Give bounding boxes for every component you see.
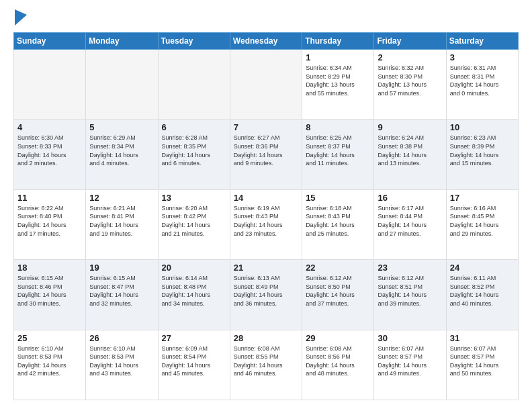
day-info: Sunrise: 6:30 AM Sunset: 8:33 PM Dayligh…	[17, 134, 82, 167]
day-info: Sunrise: 6:09 AM Sunset: 8:54 PM Dayligh…	[162, 345, 226, 378]
logo	[13, 11, 27, 26]
col-header-tuesday: Tuesday	[158, 33, 230, 50]
calendar-table: SundayMondayTuesdayWednesdayThursdayFrid…	[13, 32, 519, 400]
day-cell-4: 4Sunrise: 6:30 AM Sunset: 8:33 PM Daylig…	[14, 120, 86, 189]
day-info: Sunrise: 6:31 AM Sunset: 8:31 PM Dayligh…	[450, 64, 515, 97]
day-cell-5: 5Sunrise: 6:29 AM Sunset: 8:34 PM Daylig…	[86, 120, 158, 189]
day-number: 30	[378, 333, 442, 343]
day-info: Sunrise: 6:23 AM Sunset: 8:39 PM Dayligh…	[450, 134, 515, 167]
week-row-2: 4Sunrise: 6:30 AM Sunset: 8:33 PM Daylig…	[14, 120, 519, 189]
day-info: Sunrise: 6:07 AM Sunset: 8:57 PM Dayligh…	[450, 345, 515, 378]
day-cell-19: 19Sunrise: 6:15 AM Sunset: 8:47 PM Dayli…	[86, 260, 158, 330]
day-cell-22: 22Sunrise: 6:12 AM Sunset: 8:50 PM Dayli…	[302, 260, 374, 330]
day-cell-23: 23Sunrise: 6:12 AM Sunset: 8:51 PM Dayli…	[374, 260, 446, 330]
empty-cell	[14, 50, 86, 120]
day-cell-3: 3Sunrise: 6:31 AM Sunset: 8:31 PM Daylig…	[446, 50, 518, 120]
day-cell-28: 28Sunrise: 6:08 AM Sunset: 8:55 PM Dayli…	[230, 330, 302, 400]
day-info: Sunrise: 6:22 AM Sunset: 8:40 PM Dayligh…	[17, 204, 82, 238]
col-header-friday: Friday	[374, 33, 446, 50]
logo-icon	[15, 9, 27, 26]
day-number: 15	[306, 193, 370, 203]
day-cell-9: 9Sunrise: 6:24 AM Sunset: 8:38 PM Daylig…	[374, 120, 446, 189]
day-info: Sunrise: 6:16 AM Sunset: 8:45 PM Dayligh…	[450, 204, 515, 238]
day-number: 29	[306, 333, 370, 343]
day-info: Sunrise: 6:19 AM Sunset: 8:43 PM Dayligh…	[234, 204, 298, 238]
week-row-4: 18Sunrise: 6:15 AM Sunset: 8:46 PM Dayli…	[14, 260, 519, 330]
day-info: Sunrise: 6:24 AM Sunset: 8:38 PM Dayligh…	[378, 134, 442, 167]
page: SundayMondayTuesdayWednesdayThursdayFrid…	[0, 0, 532, 411]
day-info: Sunrise: 6:28 AM Sunset: 8:35 PM Dayligh…	[162, 134, 226, 167]
day-number: 27	[162, 333, 226, 343]
day-cell-12: 12Sunrise: 6:21 AM Sunset: 8:41 PM Dayli…	[86, 189, 158, 259]
day-number: 8	[306, 122, 370, 132]
day-cell-14: 14Sunrise: 6:19 AM Sunset: 8:43 PM Dayli…	[230, 189, 302, 259]
empty-cell	[158, 50, 230, 120]
day-number: 3	[450, 52, 515, 62]
day-cell-13: 13Sunrise: 6:20 AM Sunset: 8:42 PM Dayli…	[158, 189, 230, 259]
col-header-sunday: Sunday	[14, 33, 86, 50]
day-info: Sunrise: 6:08 AM Sunset: 8:56 PM Dayligh…	[306, 345, 370, 378]
day-info: Sunrise: 6:08 AM Sunset: 8:55 PM Dayligh…	[234, 345, 298, 378]
day-number: 19	[89, 263, 154, 273]
day-info: Sunrise: 6:21 AM Sunset: 8:41 PM Dayligh…	[89, 204, 154, 238]
day-number: 5	[89, 122, 154, 132]
week-row-5: 25Sunrise: 6:10 AM Sunset: 8:53 PM Dayli…	[14, 330, 519, 400]
day-cell-16: 16Sunrise: 6:17 AM Sunset: 8:44 PM Dayli…	[374, 189, 446, 259]
day-info: Sunrise: 6:15 AM Sunset: 8:46 PM Dayligh…	[17, 274, 82, 308]
day-info: Sunrise: 6:32 AM Sunset: 8:30 PM Dayligh…	[378, 64, 442, 97]
day-cell-30: 30Sunrise: 6:07 AM Sunset: 8:57 PM Dayli…	[374, 330, 446, 400]
day-cell-6: 6Sunrise: 6:28 AM Sunset: 8:35 PM Daylig…	[158, 120, 230, 189]
day-number: 21	[234, 263, 298, 273]
day-number: 10	[450, 122, 515, 132]
day-cell-11: 11Sunrise: 6:22 AM Sunset: 8:40 PM Dayli…	[14, 189, 86, 259]
day-number: 4	[17, 122, 82, 132]
day-info: Sunrise: 6:07 AM Sunset: 8:57 PM Dayligh…	[378, 345, 442, 378]
day-number: 28	[234, 333, 298, 343]
day-number: 7	[234, 122, 298, 132]
day-cell-8: 8Sunrise: 6:25 AM Sunset: 8:37 PM Daylig…	[302, 120, 374, 189]
day-cell-24: 24Sunrise: 6:11 AM Sunset: 8:52 PM Dayli…	[446, 260, 518, 330]
header-row: SundayMondayTuesdayWednesdayThursdayFrid…	[14, 33, 519, 50]
day-number: 13	[162, 193, 226, 203]
day-number: 6	[162, 122, 226, 132]
day-number: 11	[17, 193, 82, 203]
day-number: 12	[89, 193, 154, 203]
day-number: 24	[450, 263, 515, 273]
day-cell-1: 1Sunrise: 6:34 AM Sunset: 8:29 PM Daylig…	[302, 50, 374, 120]
col-header-monday: Monday	[86, 33, 158, 50]
day-info: Sunrise: 6:27 AM Sunset: 8:36 PM Dayligh…	[234, 134, 298, 167]
day-number: 25	[17, 333, 82, 343]
empty-cell	[230, 50, 302, 120]
day-number: 1	[306, 52, 370, 62]
day-cell-29: 29Sunrise: 6:08 AM Sunset: 8:56 PM Dayli…	[302, 330, 374, 400]
day-cell-7: 7Sunrise: 6:27 AM Sunset: 8:36 PM Daylig…	[230, 120, 302, 189]
day-cell-21: 21Sunrise: 6:13 AM Sunset: 8:49 PM Dayli…	[230, 260, 302, 330]
day-number: 9	[378, 122, 442, 132]
day-number: 26	[89, 333, 154, 343]
day-number: 18	[17, 263, 82, 273]
day-info: Sunrise: 6:10 AM Sunset: 8:53 PM Dayligh…	[89, 345, 154, 378]
day-cell-27: 27Sunrise: 6:09 AM Sunset: 8:54 PM Dayli…	[158, 330, 230, 400]
day-info: Sunrise: 6:10 AM Sunset: 8:53 PM Dayligh…	[17, 345, 82, 378]
day-cell-25: 25Sunrise: 6:10 AM Sunset: 8:53 PM Dayli…	[14, 330, 86, 400]
day-cell-26: 26Sunrise: 6:10 AM Sunset: 8:53 PM Dayli…	[86, 330, 158, 400]
col-header-saturday: Saturday	[446, 33, 518, 50]
week-row-1: 1Sunrise: 6:34 AM Sunset: 8:29 PM Daylig…	[14, 50, 519, 120]
day-number: 23	[378, 263, 442, 273]
day-info: Sunrise: 6:29 AM Sunset: 8:34 PM Dayligh…	[89, 134, 154, 167]
day-info: Sunrise: 6:13 AM Sunset: 8:49 PM Dayligh…	[234, 274, 298, 308]
day-info: Sunrise: 6:12 AM Sunset: 8:51 PM Dayligh…	[378, 274, 442, 308]
day-info: Sunrise: 6:34 AM Sunset: 8:29 PM Dayligh…	[306, 64, 370, 97]
day-cell-15: 15Sunrise: 6:18 AM Sunset: 8:43 PM Dayli…	[302, 189, 374, 259]
day-number: 31	[450, 333, 515, 343]
day-number: 14	[234, 193, 298, 203]
day-cell-17: 17Sunrise: 6:16 AM Sunset: 8:45 PM Dayli…	[446, 189, 518, 259]
day-info: Sunrise: 6:18 AM Sunset: 8:43 PM Dayligh…	[306, 204, 370, 238]
day-info: Sunrise: 6:20 AM Sunset: 8:42 PM Dayligh…	[162, 204, 226, 238]
header	[13, 11, 519, 26]
day-cell-31: 31Sunrise: 6:07 AM Sunset: 8:57 PM Dayli…	[446, 330, 518, 400]
day-info: Sunrise: 6:25 AM Sunset: 8:37 PM Dayligh…	[306, 134, 370, 167]
day-cell-2: 2Sunrise: 6:32 AM Sunset: 8:30 PM Daylig…	[374, 50, 446, 120]
week-row-3: 11Sunrise: 6:22 AM Sunset: 8:40 PM Dayli…	[14, 189, 519, 259]
empty-cell	[86, 50, 158, 120]
